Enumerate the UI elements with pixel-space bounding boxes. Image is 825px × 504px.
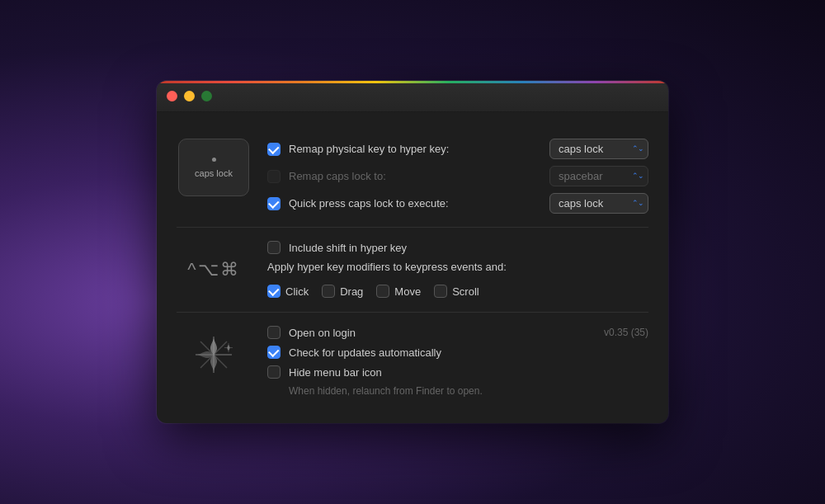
divider-1 <box>177 227 648 228</box>
open-login-row: Open on login v0.35 (35) <box>267 326 648 339</box>
open-login-checkbox[interactable] <box>267 326 280 339</box>
scroll-item[interactable]: Scroll <box>434 285 479 298</box>
remap-capslock-row: Remap caps lock to: spacebar escape tab … <box>267 166 648 186</box>
scroll-label: Scroll <box>452 285 479 298</box>
include-shift-row: Include shift in hyper key <box>267 241 648 254</box>
version-badge: v0.35 (35) <box>604 327 648 338</box>
click-label: Click <box>285 285 309 298</box>
content-area: caps lock Remap physical key to hyper ke… <box>157 112 668 423</box>
app-window: caps lock Remap physical key to hyper ke… <box>157 81 668 423</box>
quick-press-row: Quick press caps lock to execute: caps l… <box>267 193 648 214</box>
remap-section: caps lock Remap physical key to hyper ke… <box>177 129 648 224</box>
apply-label: Apply hyper key modifiers to keypress ev… <box>267 261 648 273</box>
modifier-settings: Include shift in hyper key Apply hyper k… <box>267 241 648 298</box>
title-bar <box>157 81 668 112</box>
move-label: Move <box>394 285 421 298</box>
quick-press-checkbox[interactable] <box>267 197 280 210</box>
open-login-label: Open on login <box>289 327 596 339</box>
sparkle-decoration <box>178 326 249 384</box>
modifier-icon-area: ^⌥⌘ <box>177 241 251 299</box>
quick-press-select[interactable]: caps lock escape space <box>549 193 648 214</box>
modifiers-section: ^⌥⌘ Include shift in hyper key Apply hyp… <box>177 231 648 309</box>
remap-capslock-label: Remap caps lock to: <box>289 170 541 182</box>
remap-settings: Remap physical key to hyper key: caps lo… <box>267 139 648 214</box>
click-item[interactable]: Click <box>267 285 309 298</box>
keypress-checkbox-group: Click Drag Move Scroll <box>267 285 648 298</box>
login-section: Open on login v0.35 (35) Check for updat… <box>177 316 648 407</box>
remap-physical-select-wrapper: caps lock shift control option command <box>549 139 648 159</box>
check-updates-label: Check for updates automatically <box>289 346 648 359</box>
minimize-button[interactable] <box>184 91 195 101</box>
sparkle-icon-area <box>177 326 251 384</box>
remap-capslock-select[interactable]: spacebar escape tab delete <box>549 166 648 186</box>
remap-physical-select[interactable]: caps lock shift control option command <box>549 139 648 159</box>
click-checkbox[interactable] <box>267 285 280 298</box>
move-checkbox[interactable] <box>376 285 389 298</box>
hide-menubar-hint: When hidden, relaunch from Finder to ope… <box>267 385 648 397</box>
key-dot <box>212 158 216 162</box>
drag-checkbox[interactable] <box>322 285 335 298</box>
include-shift-label: Include shift in hyper key <box>289 242 648 254</box>
login-settings: Open on login v0.35 (35) Check for updat… <box>267 326 648 397</box>
drag-item[interactable]: Drag <box>322 285 363 298</box>
key-icon-label: caps lock <box>195 168 233 178</box>
modifier-symbols: ^⌥⌘ <box>178 241 249 299</box>
remap-capslock-select-wrapper: spacebar escape tab delete <box>549 166 648 186</box>
hide-menubar-label: Hide menu bar icon <box>289 366 648 379</box>
remap-physical-row: Remap physical key to hyper key: caps lo… <box>267 139 648 159</box>
check-updates-row: Check for updates automatically <box>267 346 648 359</box>
scroll-checkbox[interactable] <box>434 285 447 298</box>
remap-physical-checkbox[interactable] <box>267 143 280 156</box>
caps-lock-key-icon: caps lock <box>178 139 249 196</box>
remap-capslock-checkbox[interactable] <box>267 170 280 183</box>
drag-label: Drag <box>340 285 363 298</box>
hide-menubar-row: Hide menu bar icon <box>267 365 648 379</box>
divider-2 <box>177 312 648 313</box>
include-shift-checkbox[interactable] <box>267 241 280 254</box>
close-button[interactable] <box>167 91 177 101</box>
check-updates-checkbox[interactable] <box>267 346 280 359</box>
key-icon-area: caps lock <box>177 139 251 196</box>
maximize-button[interactable] <box>201 91 212 101</box>
quick-press-label: Quick press caps lock to execute: <box>289 197 541 210</box>
quick-press-select-wrapper: caps lock escape space <box>549 193 648 214</box>
remap-physical-label: Remap physical key to hyper key: <box>289 143 541 155</box>
move-item[interactable]: Move <box>376 285 421 298</box>
hide-menubar-checkbox[interactable] <box>267 365 280 379</box>
